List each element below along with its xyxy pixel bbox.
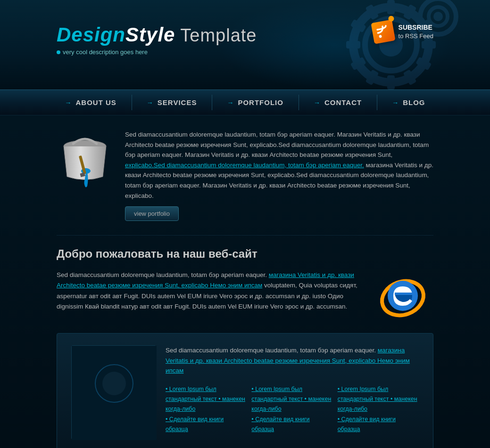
logo-design: Design (57, 24, 125, 46)
nav-link-about[interactable]: → ABOUT US (50, 90, 132, 115)
panel-link-2-2[interactable]: • Сделайте вид книги образца (251, 415, 332, 435)
panel-link-col-3: • Lorem Ipsum был стандартный текст • ма… (338, 384, 419, 434)
panel-image-svg (72, 346, 157, 440)
panel-link-3-2[interactable]: • Сделайте вид книги образца (338, 415, 419, 435)
rss-button[interactable]: SUBSRIBE to RSS Feed (373, 21, 433, 42)
svg-point-17 (433, 12, 443, 21)
nav-item-about: → ABOUT US (50, 90, 132, 115)
nav-link-portfolio[interactable]: → PORTFOLIO (212, 90, 299, 115)
nav-label-about: ABOUT US (76, 98, 116, 106)
nav-label-services: SERVICES (158, 98, 197, 106)
rss-text: SUBSRIBE to RSS Feed (399, 23, 433, 41)
panel-image (71, 345, 156, 440)
nav-item-services: → SERVICES (132, 90, 212, 115)
content-text-block-1: Sed diamaccusantium doloremque laudantiu… (125, 130, 433, 221)
logo-style: Style (125, 24, 175, 46)
panel-content: Sed diamaccusantium doloremque laudantiu… (166, 345, 419, 440)
panel-link-col-1: • Lorem Ipsum был стандартный текст • ма… (166, 384, 247, 434)
content-link-1[interactable]: explicabo.Sed diamaccusantium doloremque… (125, 162, 364, 169)
nav-item-blog: → BLOG (377, 90, 440, 115)
svg-point-29 (102, 372, 126, 395)
rss-icon (371, 19, 395, 44)
desc-dot (57, 50, 60, 54)
welcome-title: Добро пожаловать на наш веб-сайт (57, 247, 433, 261)
panel-link-col-2: • Lorem Ipsum был стандартный текст • ма… (251, 384, 332, 434)
paint-bucket-image (57, 132, 113, 193)
panel-link-1-1[interactable]: • Lorem Ipsum был стандартный текст • ма… (166, 384, 247, 415)
nav-list: → ABOUT US → SERVICES → PORTFOLIO → CONT… (38, 90, 452, 115)
panel-link-1-2[interactable]: • Сделайте вид книги образца (166, 415, 247, 435)
navbar: → ABOUT US → SERVICES → PORTFOLIO → CONT… (0, 90, 490, 115)
panel-intro: Sed diamaccusantium doloremque laudantiu… (166, 345, 419, 376)
logo-template: Template (175, 25, 257, 45)
nav-link-services[interactable]: → SERVICES (132, 90, 212, 115)
nav-arrow-about: → (65, 99, 72, 106)
svg-rect-9 (387, 75, 395, 90)
ie-logo-svg (377, 270, 429, 322)
welcome-section: Добро пожаловать на наш веб-сайт Sed dia… (57, 236, 433, 448)
panel-link-2-1[interactable]: • Lorem Ipsum был стандартный текст • ма… (251, 384, 332, 415)
nav-item-contact: → CONTACT (299, 90, 377, 115)
svg-rect-26 (395, 293, 412, 295)
nav-arrow-contact: → (314, 99, 321, 106)
content-block-1: Sed diamaccusantium doloremque laudantiu… (57, 115, 433, 236)
panel-link-3-1[interactable]: • Lorem Ipsum был стандартный текст • ма… (338, 384, 419, 415)
nav-item-portfolio: → PORTFOLIO (212, 90, 299, 115)
welcome-two-col: Sed diamaccusantium doloremque laudantiu… (57, 270, 433, 324)
nav-label-portfolio: PORTFOLIO (238, 98, 283, 106)
view-portfolio-button[interactable]: view portfolio (125, 206, 179, 221)
ie-logo-area (377, 270, 433, 324)
blue-panel: Sed diamaccusantium doloremque laudantiu… (57, 333, 433, 448)
nav-label-blog: BLOG (403, 98, 425, 106)
main-content: Sed diamaccusantium doloremque laudantiu… (0, 115, 490, 448)
svg-point-18 (378, 34, 382, 38)
welcome-text: Sed diamaccusantium doloremque laudantiu… (57, 270, 363, 312)
content-paragraph-1: Sed diamaccusantium doloremque laudantiu… (125, 130, 433, 201)
svg-rect-3 (387, 0, 395, 14)
nav-arrow-services: → (147, 99, 154, 106)
nav-link-blog[interactable]: → BLOG (377, 90, 440, 115)
nav-arrow-blog: → (392, 99, 399, 106)
nav-link-contact[interactable]: → CONTACT (299, 90, 377, 115)
nav-label-contact: CONTACT (324, 98, 362, 106)
header: DesignStyle Template very cool descripti… (0, 0, 490, 90)
logo-description: very cool description goes here (57, 49, 433, 56)
bucket-svg (57, 132, 113, 191)
panel-links: • Lorem Ipsum был стандартный текст • ма… (166, 384, 419, 434)
rss-symbol (375, 24, 390, 39)
nav-arrow-portfolio: → (227, 99, 234, 106)
